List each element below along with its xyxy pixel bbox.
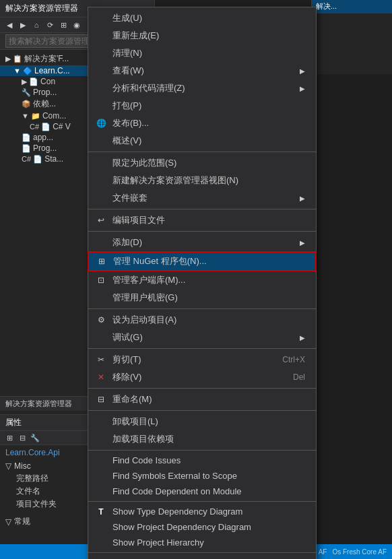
menu-item-nuget[interactable]: ⊞ 管理 NuGet 程序包(N)... — [88, 251, 317, 271]
user-secret-icon — [95, 292, 107, 304]
menu-item-client-lib[interactable]: ⊡ 管理客户端库(M)... — [88, 271, 316, 289]
right-panel-tab[interactable]: 解决... — [312, 0, 392, 13]
home-icon[interactable]: ⌂ — [31, 20, 42, 30]
menu-item-rename[interactable]: ⊟ 重命名(M) — [88, 391, 316, 408]
add-icon — [95, 236, 107, 249]
menu-item-open-folder[interactable]: ↩ 在文件资源管理器中打开文件夹(X) — [88, 555, 316, 559]
menu-proj-dep-label: Show Project Dependency Diagram — [112, 522, 251, 532]
misc-collapse-icon[interactable]: ▽ — [5, 461, 11, 471]
menu-item-user-secret[interactable]: 管理用户机密(G) — [88, 289, 316, 306]
context-menu: 生成(U) 重新生成(E) 清理(N) 查看(W) 分析和代码清理(Z) 打包(… — [88, 7, 317, 559]
view-submenu-arrow — [284, 67, 305, 75]
load-deps-icon — [95, 433, 107, 445]
project-label: Learn.C... — [34, 66, 70, 75]
rename-icon: ⊟ — [95, 393, 107, 405]
separator-4 — [88, 308, 316, 309]
prop-project-folder-label: 项目文件夹 — [16, 498, 57, 510]
menu-item-build[interactable]: 生成(U) — [88, 9, 316, 27]
menu-find-dependent-label: Find Code Dependent on Module — [112, 486, 242, 496]
forward-icon[interactable]: ▶ — [18, 20, 28, 30]
prop-filename-label: 文件名 — [16, 486, 40, 497]
new-view-icon — [95, 174, 107, 187]
debug-submenu-arrow — [284, 333, 305, 341]
menu-item-remove[interactable]: ✕ 移除(V) Del — [88, 368, 316, 386]
solution-icon: ▶ 📋 — [5, 55, 22, 63]
menu-rename-label: 重命名(M) — [112, 393, 152, 405]
build-icon — [95, 12, 107, 24]
right-panel: 解决... — [311, 0, 392, 559]
menu-scope-label: 限定为此范围(S) — [112, 157, 176, 169]
sync-icon[interactable]: ⟳ — [44, 20, 55, 30]
menu-edit-project-label: 编辑项目文件 — [112, 214, 165, 226]
menu-item-startup[interactable]: ⚙ 设为启动项目(A) — [88, 311, 316, 329]
menu-item-type-dep[interactable]: T Show Type Dependency Diagram — [88, 504, 316, 519]
menu-type-dep-label: Show Type Dependency Diagram — [112, 506, 242, 517]
file-nesting-submenu-arrow — [284, 194, 305, 202]
menu-proj-hier-label: Show Project Hierarchy — [112, 537, 204, 548]
view-icon — [95, 65, 107, 77]
menu-item-find-dependent[interactable]: Find Code Dependent on Module — [88, 484, 316, 499]
normal-label: 常规 — [14, 516, 30, 527]
cut-icon: ✂ — [95, 354, 107, 366]
menu-item-debug[interactable]: 调试(G) — [88, 329, 316, 346]
menu-view-label: 查看(W) — [112, 65, 144, 77]
sta-icon: C# 📄 — [22, 155, 42, 164]
menu-item-publish[interactable]: 🌐 发布(B)... — [88, 114, 316, 132]
menu-item-overview[interactable]: 概述(V) — [88, 132, 316, 150]
edit-project-icon: ↩ — [95, 214, 107, 226]
remove-shortcut: Del — [277, 372, 305, 382]
menu-item-analyze[interactable]: 分析和代码清理(Z) — [88, 79, 316, 97]
menu-item-proj-dep[interactable]: Show Project Dependency Diagram — [88, 519, 316, 535]
type-dep-icon: T — [95, 506, 107, 518]
overview-icon — [95, 135, 107, 147]
menu-startup-label: 设为启动项目(A) — [112, 314, 176, 326]
prop-full-path-label: 完整路径 — [16, 473, 48, 484]
sort-alpha-icon[interactable]: ⊟ — [17, 432, 28, 443]
menu-publish-label: 发布(B)... — [112, 117, 149, 129]
show-all-icon[interactable]: ◉ — [71, 20, 82, 30]
solution-label: 解决方案'F... — [24, 53, 69, 65]
menu-item-rebuild[interactable]: 重新生成(E) — [88, 27, 316, 44]
v-label: C# V — [53, 122, 71, 131]
status-right-text2: Os Fresh Core AF — [332, 548, 387, 556]
normal-collapse-icon[interactable]: ▽ — [5, 517, 11, 527]
menu-debug-label: 调试(G) — [112, 331, 143, 343]
menu-build-label: 生成(U) — [112, 12, 142, 24]
debug-icon — [95, 331, 107, 343]
menu-client-lib-label: 管理客户端库(M)... — [112, 274, 185, 286]
menu-item-file-nesting[interactable]: 文件嵌套 — [88, 189, 316, 207]
pack-icon — [95, 100, 107, 112]
menu-item-scope[interactable]: 限定为此范围(S) — [88, 154, 316, 172]
new-solution-icon[interactable]: ⊞ — [58, 20, 69, 30]
prop-icon: 🔧 — [22, 88, 31, 97]
deps-icon: 📦 — [22, 100, 31, 108]
menu-item-pack[interactable]: 打包(P) — [88, 97, 316, 114]
menu-item-proj-hier[interactable]: Show Project Hierarchy — [88, 535, 316, 550]
menu-item-find-code[interactable]: Find Code Issues — [88, 453, 316, 468]
menu-item-new-view[interactable]: 新建解决方案资源管理器视图(N) — [88, 172, 316, 189]
app-label: app... — [33, 133, 53, 142]
scope-icon — [95, 157, 107, 169]
menu-item-cut[interactable]: ✂ 剪切(T) Ctrl+X — [88, 351, 316, 368]
separator-9 — [88, 501, 316, 502]
back-icon[interactable]: ◀ — [4, 20, 15, 30]
menu-item-view[interactable]: 查看(W) — [88, 62, 316, 79]
menu-item-edit-project[interactable]: ↩ 编辑项目文件 — [88, 211, 316, 229]
startup-icon: ⚙ — [95, 314, 107, 326]
sta-label: Sta... — [44, 154, 63, 164]
menu-item-load-deps[interactable]: 加载项目依赖项 — [88, 430, 316, 448]
menu-add-label: 添加(D) — [112, 236, 142, 249]
sort-category-icon[interactable]: ⊞ — [4, 432, 15, 443]
menu-find-symbols-label: Find Symbols External to Scope — [112, 471, 237, 481]
menu-item-add[interactable]: 添加(D) — [88, 234, 316, 251]
menu-item-unload[interactable]: 卸载项目(L) — [88, 413, 316, 430]
menu-item-clean[interactable]: 清理(N) — [88, 44, 316, 62]
file-nesting-icon — [95, 192, 107, 204]
con-label: Con — [40, 77, 55, 86]
properties-title-label: 属性 — [5, 418, 22, 427]
props-page-icon[interactable]: 🔧 — [30, 432, 40, 443]
project-icon: ▼ 🔷 — [13, 67, 32, 75]
add-submenu-arrow — [284, 238, 305, 246]
separator-1 — [88, 152, 316, 152]
menu-item-find-symbols[interactable]: Find Symbols External to Scope — [88, 468, 316, 484]
